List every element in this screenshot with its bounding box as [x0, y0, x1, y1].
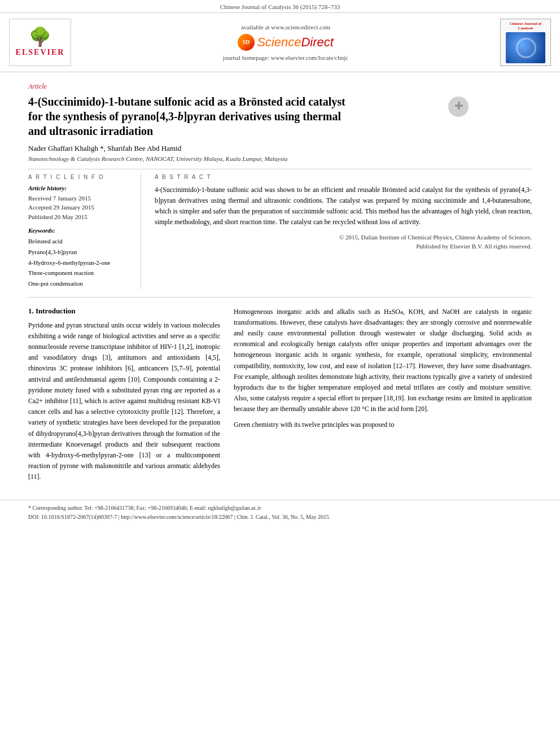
article-info-abstract: A R T I C L E I N F O Article history: R…: [28, 174, 532, 289]
history-label: Article history:: [28, 185, 132, 191]
article-label: Article: [28, 82, 532, 91]
footer-corresponding: * Corresponding author. Tel: +98-2166431…: [28, 504, 532, 513]
divider-2: [28, 297, 532, 298]
title-part4: and ultrasonic irradiation: [28, 125, 153, 137]
crossmark-icon: ✛: [448, 97, 469, 117]
journal-cover-image: [506, 32, 545, 63]
article-info-heading: A R T I C L E I N F O: [28, 174, 132, 180]
copyright-content: © 2015, Dalian Institute of Chemical Phy…: [339, 234, 532, 250]
elsevier-logo: 🌳 ELSEVIER: [9, 19, 71, 66]
intro-para2: Homogeneous inorganic acids and alkalis …: [234, 307, 532, 415]
title-part3: ]pyran derivatives using thermal: [183, 110, 341, 123]
journal-citation: Chinese Journal of Catalysis 36 (2015) 7…: [220, 3, 340, 10]
abstract-heading: A B S T R A C T: [155, 174, 532, 180]
main-content: Article ✛ 4-(Succinimido)-1-butane sulfo…: [0, 72, 560, 493]
title-part2: for the synthesis of pyrano[4,3-: [28, 110, 178, 123]
sd-logo-text: ScienceDirect: [257, 35, 334, 50]
divider-1: [28, 169, 532, 169]
abstract-column: A B S T R A C T 4-(Succinimido)-1-butane…: [155, 174, 532, 289]
footer-doi: DOI: 10.1016/S1872-2067(14)60307-7 | htt…: [28, 513, 532, 522]
body-left-column: 1. Introduction Pyridone and pyran struc…: [28, 307, 220, 487]
keyword-2: Pyrano[4,3-b]pyran: [28, 247, 132, 257]
intro-para1: Pyridone and pyran structural units occu…: [28, 320, 220, 483]
elsevier-tree-icon: 🌳: [29, 28, 51, 46]
intro-heading: 1. Introduction: [28, 307, 220, 316]
sciencedirect-logo: SD ScienceDirect: [238, 34, 334, 51]
crossmark-badge: ✛: [448, 97, 469, 117]
article-info-column: A R T I C L E I N F O Article history: R…: [28, 174, 141, 289]
journal-cover: Chinese Journal of Catalysis: [500, 19, 551, 66]
intro-label: Introduction: [36, 307, 76, 315]
intro-para3: Green chemistry with its twelve principl…: [234, 420, 532, 430]
journal-cover-title: Chinese Journal of Catalysis: [503, 21, 548, 31]
keyword-3: 4-Hydroxy-6-methylpyran-2-one: [28, 257, 132, 268]
intro-number: 1.: [28, 307, 34, 315]
body-section: 1. Introduction Pyridone and pyran struc…: [28, 307, 532, 487]
received-date: Received 7 January 2015: [28, 194, 132, 203]
keyword-4: Three-component reaction: [28, 268, 132, 278]
elsevier-wordmark: ELSEVIER: [16, 48, 65, 57]
keyword-1: Brönsted acid: [28, 236, 132, 247]
article-title: ✛ 4-(Succinimido)-1-butane sulfonic acid…: [28, 94, 469, 138]
footer: * Corresponding author. Tel: +98-2166431…: [0, 500, 560, 525]
sciencedirect-center: available at www.sciencedirect.com SD Sc…: [77, 19, 495, 66]
header-section: 🌳 ELSEVIER available at www.sciencedirec…: [0, 13, 560, 72]
published-date: Published 20 May 2015: [28, 212, 132, 222]
journal-homepage: journal homepage: www.elsevier.com/locat…: [223, 54, 348, 61]
keyword-5: One-pot condensation: [28, 278, 132, 289]
abstract-text: 4-(Succinimido)-1-butane sulfonic acid w…: [155, 185, 532, 228]
accepted-date: Accepted 29 January 2015: [28, 203, 132, 212]
affiliation: Nanotechnology & Catalysis Research Cent…: [28, 155, 532, 162]
title-italic: b: [178, 110, 183, 123]
sd-logo-icon: SD: [238, 34, 255, 51]
keywords-label: Keywords:: [28, 227, 132, 234]
title-part1: 4-(Succinimido)-1-butane sulfonic acid a…: [28, 95, 345, 108]
journal-top-bar: Chinese Journal of Catalysis 36 (2015) 7…: [0, 0, 560, 13]
available-text: available at www.sciencedirect.com: [241, 24, 330, 30]
copyright-text: © 2015, Dalian Institute of Chemical Phy…: [155, 233, 532, 251]
body-right-column: Homogeneous inorganic acids and alkalis …: [234, 307, 532, 487]
authors: Nader Ghaffari Khaligh *, Sharifah Bee A…: [28, 144, 532, 153]
